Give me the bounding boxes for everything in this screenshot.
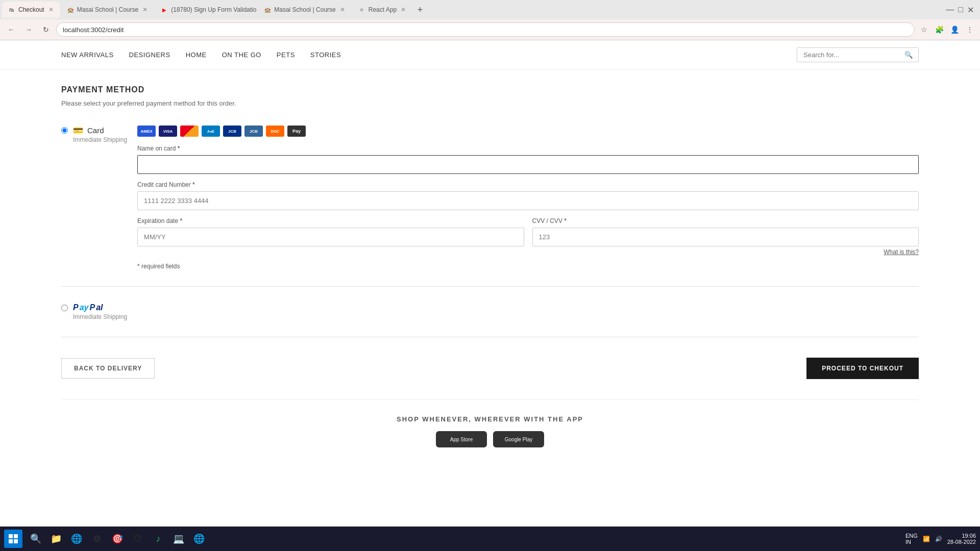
site-nav: NEW ARRIVALS DESIGNERS HOME ON THE GO PE…: [61, 51, 341, 59]
tabs-bar: 🛍 Checkout ✕ 🏫 Masai School | Course ✕ ▶…: [0, 0, 980, 19]
googleplay-badge[interactable]: Google Play: [493, 431, 544, 447]
card-payment-option: 💳 Card Immediate Shipping AMEX VISA A●E …: [61, 119, 919, 276]
nav-on-the-go[interactable]: ON THE GO: [222, 51, 261, 59]
tab-youtube-label: (18780) Sign Up Form Validatio...: [171, 6, 257, 13]
cvv-group: CVV / CVV * What is this?: [532, 217, 919, 256]
nav-home[interactable]: HOME: [186, 51, 207, 59]
tab-masai1[interactable]: 🏫 Masai School | Course ✕: [61, 2, 154, 18]
proceed-to-checkout-button[interactable]: PROCEED TO CHEKOUT: [806, 358, 919, 379]
page-title: PAYMENT METHOD: [61, 85, 919, 94]
tab-masai1-label: Masai School | Course: [77, 6, 139, 13]
tab-checkout-close[interactable]: ✕: [48, 6, 54, 13]
card-option-info: 💳 Card Immediate Shipping: [73, 126, 127, 143]
card-form: AMEX VISA A●E JCB JCB DISC Pay Name on c…: [127, 126, 919, 270]
action-bar: BACK TO DELIVERY PROCEED TO CHEKOUT: [61, 347, 919, 389]
search-bar: 🔍: [797, 47, 919, 62]
cc-input[interactable]: [137, 191, 919, 210]
other-logo: Pay: [287, 126, 306, 137]
nav-new-arrivals[interactable]: NEW ARRIVALS: [61, 51, 114, 59]
checkout-favicon: 🛍: [8, 6, 15, 13]
ae-logo: A●E: [202, 126, 220, 137]
app-badges: App Store Google Play: [61, 431, 919, 447]
site-header: NEW ARRIVALS DESIGNERS HOME ON THE GO PE…: [0, 40, 980, 70]
tab-masai2-label: Masai School | Course: [274, 6, 336, 13]
cvv-label: CVV / CVV *: [532, 217, 919, 224]
mastercard-logo: [180, 126, 199, 137]
required-note: * required fields: [137, 263, 919, 270]
tab-masai1-close[interactable]: ✕: [142, 6, 148, 13]
divider-1: [61, 286, 919, 287]
cvv-help-link[interactable]: What is this?: [884, 248, 919, 256]
main-content: PAYMENT METHOD Please select your prefer…: [0, 70, 980, 471]
masai2-favicon: 🏫: [264, 6, 271, 13]
divider-2: [61, 337, 919, 337]
exp-group: Expiration date *: [137, 217, 524, 256]
jcb2-logo: JCB: [244, 126, 263, 137]
search-button[interactable]: 🔍: [899, 48, 918, 62]
paypal-option-info: PayPal Immediate Shipping: [73, 303, 919, 320]
react-favicon: ⚛: [358, 6, 365, 13]
minimize-icon[interactable]: ―: [946, 5, 954, 14]
nav-stories[interactable]: STORIES: [310, 51, 341, 59]
extensions-icon[interactable]: 🧩: [933, 23, 945, 36]
promo-title: SHOP WHENEVER, WHEREVER WITH THE APP: [61, 415, 919, 423]
close-icon[interactable]: ✕: [967, 5, 974, 15]
tab-checkout-label: Checkout: [18, 6, 44, 13]
youtube-favicon: ▶: [161, 6, 168, 13]
search-input[interactable]: [797, 48, 899, 62]
card-logos: AMEX VISA A●E JCB JCB DISC Pay: [137, 126, 919, 137]
card-label-text: Card: [87, 126, 104, 135]
browser-chrome: 🛍 Checkout ✕ 🏫 Masai School | Course ✕ ▶…: [0, 0, 980, 40]
exp-label: Expiration date *: [137, 217, 524, 224]
forward-button[interactable]: →: [21, 22, 36, 37]
card-sublabel: Immediate Shipping: [73, 136, 127, 143]
new-tab-button[interactable]: +: [413, 3, 427, 17]
masai1-favicon: 🏫: [67, 6, 74, 13]
name-label: Name on card *: [137, 145, 919, 152]
tab-checkout[interactable]: 🛍 Checkout ✕: [2, 2, 60, 18]
back-to-delivery-button[interactable]: BACK TO DELIVERY: [61, 358, 155, 379]
nav-designers[interactable]: DESIGNERS: [129, 51, 170, 59]
paypal-sublabel: Immediate Shipping: [73, 313, 919, 320]
page-subtitle: Please select your preferred payment met…: [61, 99, 919, 107]
cc-label: Credit card Number *: [137, 181, 919, 188]
jcb-logo: JCB: [223, 126, 241, 137]
card-radio[interactable]: [61, 127, 68, 134]
tab-react-label: React App: [369, 6, 397, 13]
paypal-radio[interactable]: [61, 305, 68, 311]
exp-cvv-row: Expiration date * CVV / CVV * What is th…: [137, 217, 919, 256]
window-controls: ― □ ✕: [946, 5, 978, 15]
paypal-option-label: PayPal: [73, 303, 919, 312]
address-bar[interactable]: localhost:3002/credit: [56, 22, 915, 37]
tab-masai2-close[interactable]: ✕: [340, 6, 345, 13]
reload-button[interactable]: ↻: [39, 22, 53, 37]
name-input[interactable]: [137, 155, 919, 174]
cvv-input[interactable]: [532, 228, 919, 246]
menu-icon[interactable]: ⋮: [964, 23, 976, 36]
discover-logo: DISC: [266, 126, 284, 137]
appstore-badge[interactable]: App Store: [436, 431, 487, 447]
back-button[interactable]: ←: [4, 22, 18, 37]
nav-pets[interactable]: PETS: [277, 51, 295, 59]
tab-react-close[interactable]: ✕: [401, 6, 406, 13]
visa-logo: VISA: [159, 126, 177, 137]
amex-logo: AMEX: [137, 126, 156, 137]
profile-icon[interactable]: 👤: [948, 23, 961, 36]
bookmark-icon[interactable]: ☆: [918, 23, 930, 36]
credit-card-icon: 💳: [73, 126, 83, 135]
tab-masai2[interactable]: 🏫 Masai School | Course ✕: [258, 2, 351, 18]
tab-youtube[interactable]: ▶ (18780) Sign Up Form Validatio... ✕: [155, 2, 257, 18]
card-option-label: 💳 Card: [73, 126, 127, 135]
maximize-icon[interactable]: □: [958, 5, 963, 14]
exp-input[interactable]: [137, 228, 524, 246]
paypal-logo: PayPal: [73, 303, 103, 312]
paypal-payment-option: PayPal Immediate Shipping: [61, 297, 919, 327]
browser-nav-icons: ☆ 🧩 👤 ⋮: [918, 23, 976, 36]
address-text: localhost:3002/credit: [63, 26, 124, 34]
address-bar-row: ← → ↻ localhost:3002/credit ☆ 🧩 👤 ⋮: [0, 19, 980, 40]
tab-react[interactable]: ⚛ React App ✕: [352, 2, 412, 18]
footer-promo: SHOP WHENEVER, WHEREVER WITH THE APP App…: [61, 399, 919, 456]
